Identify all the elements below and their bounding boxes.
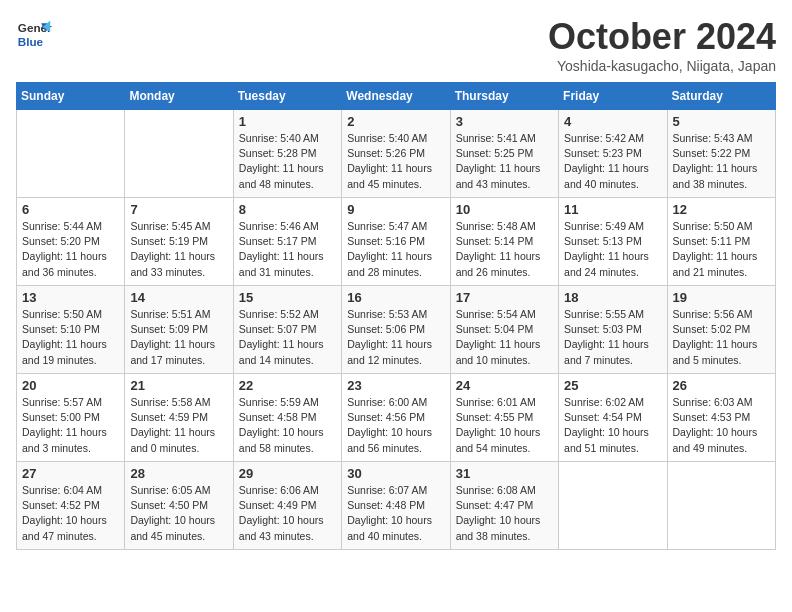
day-number: 23 xyxy=(347,378,444,393)
calendar-cell: 9Sunrise: 5:47 AM Sunset: 5:16 PM Daylig… xyxy=(342,198,450,286)
page-header: General Blue October 2024 Yoshida-kasuga… xyxy=(16,16,776,74)
calendar-cell: 7Sunrise: 5:45 AM Sunset: 5:19 PM Daylig… xyxy=(125,198,233,286)
calendar-cell: 2Sunrise: 5:40 AM Sunset: 5:26 PM Daylig… xyxy=(342,110,450,198)
day-info: Sunrise: 5:59 AM Sunset: 4:58 PM Dayligh… xyxy=(239,395,336,456)
day-number: 13 xyxy=(22,290,119,305)
logo-icon: General Blue xyxy=(16,16,52,52)
calendar-cell xyxy=(17,110,125,198)
day-number: 20 xyxy=(22,378,119,393)
day-number: 14 xyxy=(130,290,227,305)
calendar-week-2: 6Sunrise: 5:44 AM Sunset: 5:20 PM Daylig… xyxy=(17,198,776,286)
day-number: 3 xyxy=(456,114,553,129)
weekday-monday: Monday xyxy=(125,83,233,110)
day-info: Sunrise: 5:44 AM Sunset: 5:20 PM Dayligh… xyxy=(22,219,119,280)
day-number: 26 xyxy=(673,378,770,393)
calendar-cell: 22Sunrise: 5:59 AM Sunset: 4:58 PM Dayli… xyxy=(233,374,341,462)
day-number: 11 xyxy=(564,202,661,217)
day-number: 25 xyxy=(564,378,661,393)
day-number: 6 xyxy=(22,202,119,217)
day-number: 5 xyxy=(673,114,770,129)
day-info: Sunrise: 5:57 AM Sunset: 5:00 PM Dayligh… xyxy=(22,395,119,456)
calendar-cell: 18Sunrise: 5:55 AM Sunset: 5:03 PM Dayli… xyxy=(559,286,667,374)
day-info: Sunrise: 6:01 AM Sunset: 4:55 PM Dayligh… xyxy=(456,395,553,456)
day-info: Sunrise: 5:50 AM Sunset: 5:11 PM Dayligh… xyxy=(673,219,770,280)
logo: General Blue xyxy=(16,16,52,52)
day-info: Sunrise: 5:48 AM Sunset: 5:14 PM Dayligh… xyxy=(456,219,553,280)
calendar-cell: 5Sunrise: 5:43 AM Sunset: 5:22 PM Daylig… xyxy=(667,110,775,198)
day-number: 10 xyxy=(456,202,553,217)
day-info: Sunrise: 5:40 AM Sunset: 5:28 PM Dayligh… xyxy=(239,131,336,192)
title-block: October 2024 Yoshida-kasugacho, Niigata,… xyxy=(548,16,776,74)
svg-text:Blue: Blue xyxy=(18,35,44,48)
weekday-saturday: Saturday xyxy=(667,83,775,110)
calendar-week-3: 13Sunrise: 5:50 AM Sunset: 5:10 PM Dayli… xyxy=(17,286,776,374)
calendar-cell: 23Sunrise: 6:00 AM Sunset: 4:56 PM Dayli… xyxy=(342,374,450,462)
day-number: 21 xyxy=(130,378,227,393)
day-number: 22 xyxy=(239,378,336,393)
calendar-cell: 24Sunrise: 6:01 AM Sunset: 4:55 PM Dayli… xyxy=(450,374,558,462)
calendar-cell: 19Sunrise: 5:56 AM Sunset: 5:02 PM Dayli… xyxy=(667,286,775,374)
day-info: Sunrise: 5:51 AM Sunset: 5:09 PM Dayligh… xyxy=(130,307,227,368)
day-info: Sunrise: 5:46 AM Sunset: 5:17 PM Dayligh… xyxy=(239,219,336,280)
weekday-header-row: SundayMondayTuesdayWednesdayThursdayFrid… xyxy=(17,83,776,110)
calendar-week-1: 1Sunrise: 5:40 AM Sunset: 5:28 PM Daylig… xyxy=(17,110,776,198)
calendar-cell: 10Sunrise: 5:48 AM Sunset: 5:14 PM Dayli… xyxy=(450,198,558,286)
weekday-friday: Friday xyxy=(559,83,667,110)
day-number: 18 xyxy=(564,290,661,305)
calendar-cell: 8Sunrise: 5:46 AM Sunset: 5:17 PM Daylig… xyxy=(233,198,341,286)
day-number: 29 xyxy=(239,466,336,481)
day-info: Sunrise: 5:54 AM Sunset: 5:04 PM Dayligh… xyxy=(456,307,553,368)
calendar-cell: 27Sunrise: 6:04 AM Sunset: 4:52 PM Dayli… xyxy=(17,462,125,550)
calendar-week-5: 27Sunrise: 6:04 AM Sunset: 4:52 PM Dayli… xyxy=(17,462,776,550)
day-info: Sunrise: 6:08 AM Sunset: 4:47 PM Dayligh… xyxy=(456,483,553,544)
day-info: Sunrise: 6:04 AM Sunset: 4:52 PM Dayligh… xyxy=(22,483,119,544)
calendar-cell: 4Sunrise: 5:42 AM Sunset: 5:23 PM Daylig… xyxy=(559,110,667,198)
weekday-sunday: Sunday xyxy=(17,83,125,110)
day-number: 7 xyxy=(130,202,227,217)
day-info: Sunrise: 5:40 AM Sunset: 5:26 PM Dayligh… xyxy=(347,131,444,192)
day-info: Sunrise: 5:47 AM Sunset: 5:16 PM Dayligh… xyxy=(347,219,444,280)
calendar-cell xyxy=(125,110,233,198)
calendar-cell: 31Sunrise: 6:08 AM Sunset: 4:47 PM Dayli… xyxy=(450,462,558,550)
day-number: 15 xyxy=(239,290,336,305)
calendar-cell: 14Sunrise: 5:51 AM Sunset: 5:09 PM Dayli… xyxy=(125,286,233,374)
calendar-cell: 13Sunrise: 5:50 AM Sunset: 5:10 PM Dayli… xyxy=(17,286,125,374)
day-info: Sunrise: 5:45 AM Sunset: 5:19 PM Dayligh… xyxy=(130,219,227,280)
month-title: October 2024 xyxy=(548,16,776,58)
day-info: Sunrise: 5:42 AM Sunset: 5:23 PM Dayligh… xyxy=(564,131,661,192)
day-info: Sunrise: 6:06 AM Sunset: 4:49 PM Dayligh… xyxy=(239,483,336,544)
calendar-cell: 29Sunrise: 6:06 AM Sunset: 4:49 PM Dayli… xyxy=(233,462,341,550)
day-number: 2 xyxy=(347,114,444,129)
calendar-cell xyxy=(559,462,667,550)
calendar-cell: 28Sunrise: 6:05 AM Sunset: 4:50 PM Dayli… xyxy=(125,462,233,550)
day-info: Sunrise: 6:03 AM Sunset: 4:53 PM Dayligh… xyxy=(673,395,770,456)
calendar-cell: 17Sunrise: 5:54 AM Sunset: 5:04 PM Dayli… xyxy=(450,286,558,374)
calendar-cell: 3Sunrise: 5:41 AM Sunset: 5:25 PM Daylig… xyxy=(450,110,558,198)
day-info: Sunrise: 5:52 AM Sunset: 5:07 PM Dayligh… xyxy=(239,307,336,368)
day-info: Sunrise: 5:49 AM Sunset: 5:13 PM Dayligh… xyxy=(564,219,661,280)
calendar-cell: 20Sunrise: 5:57 AM Sunset: 5:00 PM Dayli… xyxy=(17,374,125,462)
calendar-cell: 25Sunrise: 6:02 AM Sunset: 4:54 PM Dayli… xyxy=(559,374,667,462)
day-info: Sunrise: 6:05 AM Sunset: 4:50 PM Dayligh… xyxy=(130,483,227,544)
day-info: Sunrise: 6:00 AM Sunset: 4:56 PM Dayligh… xyxy=(347,395,444,456)
day-number: 31 xyxy=(456,466,553,481)
calendar-cell: 15Sunrise: 5:52 AM Sunset: 5:07 PM Dayli… xyxy=(233,286,341,374)
weekday-tuesday: Tuesday xyxy=(233,83,341,110)
weekday-wednesday: Wednesday xyxy=(342,83,450,110)
day-number: 16 xyxy=(347,290,444,305)
day-number: 1 xyxy=(239,114,336,129)
day-number: 24 xyxy=(456,378,553,393)
day-number: 19 xyxy=(673,290,770,305)
calendar-cell: 16Sunrise: 5:53 AM Sunset: 5:06 PM Dayli… xyxy=(342,286,450,374)
calendar-week-4: 20Sunrise: 5:57 AM Sunset: 5:00 PM Dayli… xyxy=(17,374,776,462)
day-info: Sunrise: 5:41 AM Sunset: 5:25 PM Dayligh… xyxy=(456,131,553,192)
weekday-thursday: Thursday xyxy=(450,83,558,110)
calendar-cell: 6Sunrise: 5:44 AM Sunset: 5:20 PM Daylig… xyxy=(17,198,125,286)
calendar-cell: 26Sunrise: 6:03 AM Sunset: 4:53 PM Dayli… xyxy=(667,374,775,462)
day-info: Sunrise: 5:56 AM Sunset: 5:02 PM Dayligh… xyxy=(673,307,770,368)
day-number: 9 xyxy=(347,202,444,217)
day-info: Sunrise: 5:58 AM Sunset: 4:59 PM Dayligh… xyxy=(130,395,227,456)
day-number: 28 xyxy=(130,466,227,481)
day-number: 17 xyxy=(456,290,553,305)
day-info: Sunrise: 5:50 AM Sunset: 5:10 PM Dayligh… xyxy=(22,307,119,368)
